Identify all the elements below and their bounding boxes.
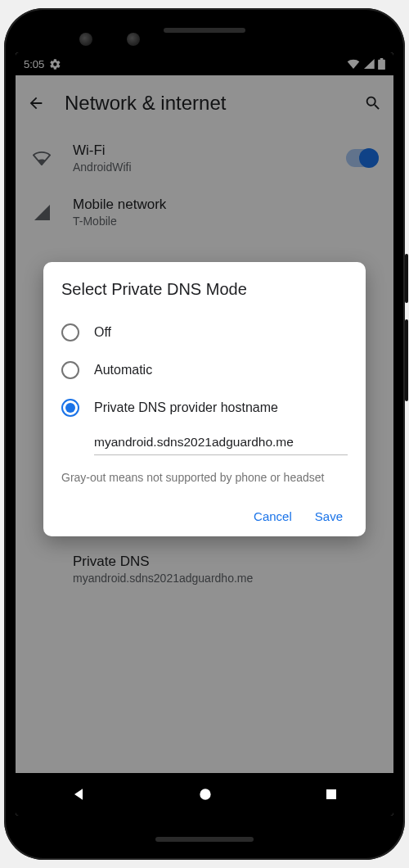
svg-rect-1	[326, 789, 336, 799]
radio-option-off[interactable]: Off	[61, 314, 348, 351]
volume-button	[405, 254, 408, 303]
dialog-actions: Cancel Save	[61, 504, 348, 527]
phone-camera	[79, 33, 92, 46]
radio-label-auto: Automatic	[94, 363, 152, 377]
phone-frame: 5:05 Network & internet Wi-Fi AndroidWif…	[4, 8, 405, 860]
svg-point-0	[200, 789, 210, 799]
radio-label-hostname: Private DNS provider hostname	[94, 400, 278, 415]
nav-home-icon[interactable]	[197, 786, 213, 802]
dialog-hint: Gray-out means not supported by phone or…	[61, 470, 348, 486]
nav-recent-icon[interactable]	[324, 787, 339, 802]
save-button[interactable]: Save	[315, 509, 343, 523]
phone-camera	[127, 33, 140, 46]
nav-back-icon[interactable]	[70, 786, 87, 802]
system-nav-bar	[16, 773, 393, 816]
dialog-title: Select Private DNS Mode	[61, 280, 348, 299]
phone-speaker-bottom	[155, 837, 254, 842]
private-dns-dialog: Select Private DNS Mode Off Automatic Pr…	[43, 262, 366, 536]
radio-icon	[61, 323, 79, 341]
radio-icon	[61, 361, 79, 379]
radio-option-automatic[interactable]: Automatic	[61, 351, 348, 389]
radio-label-off: Off	[94, 325, 111, 340]
power-button	[405, 319, 408, 401]
hostname-input[interactable]	[94, 430, 348, 455]
screen: 5:05 Network & internet Wi-Fi AndroidWif…	[16, 52, 393, 816]
radio-option-hostname[interactable]: Private DNS provider hostname	[61, 389, 348, 427]
phone-speaker	[164, 28, 245, 33]
radio-icon	[61, 399, 79, 417]
cancel-button[interactable]: Cancel	[254, 509, 292, 523]
